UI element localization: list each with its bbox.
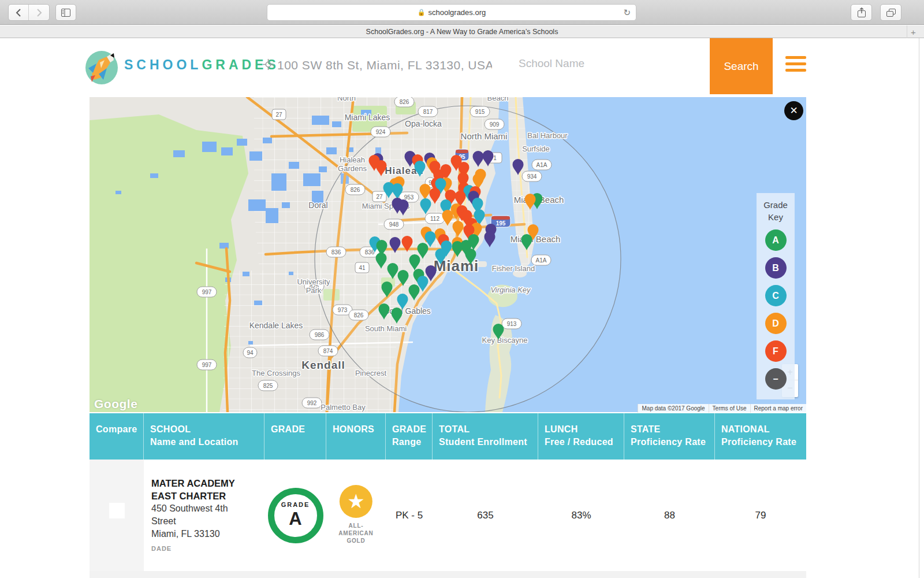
honors-label: GOLD (338, 537, 373, 544)
school-name-input[interactable] (519, 57, 692, 70)
results-table: CompareSCHOOLName and LocationGRADEHONOR… (90, 413, 806, 571)
column-header-state[interactable]: STATEProficiency Rate (624, 413, 715, 460)
table-header-row: CompareSCHOOLName and LocationGRADEHONOR… (90, 413, 806, 460)
map-label: Surfside (522, 144, 550, 153)
reload-icon[interactable]: ↻ (623, 8, 631, 18)
address-bar[interactable]: 🔒 schoolgrades.org ↻ (267, 4, 636, 21)
map-attribution-link[interactable]: Report a map error (750, 404, 806, 413)
route-shield: 826 (349, 310, 368, 320)
search-button[interactable]: Search (710, 38, 773, 94)
map-label: Key Biscayne (482, 336, 528, 344)
schoolgrades-logo-icon[interactable] (84, 49, 120, 84)
share-button[interactable] (851, 4, 872, 21)
column-header-grade[interactable]: GRADERange (386, 413, 433, 460)
map-label: University (297, 277, 330, 286)
route-shield: 924 (371, 127, 390, 137)
map[interactable]: 27826817915924909951A1A93482627953911294… (90, 97, 806, 412)
sidebar-icon (61, 9, 70, 17)
route-shield: 41 (355, 262, 369, 273)
map-label: Fisher Island (492, 264, 535, 273)
url-text: schoolgrades.org (429, 8, 486, 17)
school-name[interactable]: MATER ACADEMY (151, 477, 264, 490)
svg-text:1: 1 (493, 155, 497, 161)
route-shield: 986 (310, 329, 329, 340)
national-rate-cell: 79 (715, 460, 806, 571)
grade-key-legend: Grade Key ABCDF− (757, 193, 795, 399)
logo-wordmark[interactable]: SCHOOLGRADES (124, 57, 280, 73)
map-label: North (337, 97, 356, 102)
map-label: Miami Lakes (345, 113, 390, 122)
forward-icon (36, 9, 42, 17)
honors-badge: ★ ALL-AMERICAN GOLD (338, 485, 373, 544)
map-label: Kendale Lakes (249, 321, 303, 330)
svg-text:41: 41 (359, 265, 366, 271)
tab-title[interactable]: SchoolGrades.org - A New Way to Grade Am… (366, 28, 558, 36)
map-label: Opa-locka (405, 119, 442, 128)
grade-badge: GRADE A (268, 488, 323, 543)
map-label: Gardens (338, 164, 367, 173)
route-shield: 817 (418, 106, 438, 117)
browser-toolbar: 🔒 schoolgrades.org ↻ (0, 0, 924, 25)
svg-text:909: 909 (490, 121, 500, 128)
column-header-school[interactable]: SCHOOLName and Location (144, 413, 264, 460)
map-label: Palmetto Bay (321, 403, 366, 412)
svg-text:953: 953 (404, 194, 414, 201)
svg-text:825: 825 (263, 383, 273, 389)
svg-text:826: 826 (400, 99, 409, 105)
forward-button[interactable] (29, 5, 49, 20)
svg-text:992: 992 (307, 400, 317, 406)
map-attribution-link[interactable]: Terms of Use (709, 404, 750, 413)
map-label: Beach (487, 97, 509, 102)
column-header-grade[interactable]: GRADE (264, 413, 326, 460)
route-shield: 874 (318, 346, 338, 356)
lunch-cell: 83% (538, 460, 624, 571)
school-address: Street (151, 515, 264, 528)
current-address[interactable]: 100 SW 8th St, Miami, FL 33130, USA (277, 58, 492, 75)
star-icon: ★ (340, 485, 372, 518)
nav-buttons (8, 4, 50, 21)
new-tab-button[interactable]: + (907, 25, 919, 38)
show-tabs-button[interactable] (880, 4, 901, 21)
google-logo: Google (94, 397, 137, 411)
table-row: MATER ACADEMY EAST CHARTER 450 Southwest… (90, 460, 806, 571)
row-separator (90, 571, 806, 578)
column-header-compare[interactable]: Compare (90, 413, 144, 460)
school-address: Miami, FL 33130 (151, 528, 264, 540)
sidebar-button[interactable] (55, 4, 76, 21)
school-address: 450 Southwest 4th (151, 502, 264, 515)
column-header-total[interactable]: TOTALStudent Enrollment (433, 413, 538, 460)
svg-text:836: 836 (331, 249, 341, 255)
map-label: Virginia Key (490, 286, 531, 294)
svg-text:997: 997 (202, 362, 212, 368)
svg-text:973: 973 (338, 307, 348, 313)
route-shield: 94 (243, 347, 257, 358)
column-header-national[interactable]: NATIONALProficiency Rate (715, 413, 806, 460)
svg-text:A1A: A1A (536, 162, 547, 168)
school-name[interactable]: EAST CHARTER (151, 490, 264, 502)
map-label: Kendall (301, 359, 345, 371)
honors-label: ALL-AMERICAN (338, 522, 373, 537)
lock-icon: 🔒 (418, 9, 426, 16)
route-shield: 934 (522, 171, 542, 181)
route-shield: 909 (485, 119, 504, 129)
route-shield: 915 (470, 106, 490, 117)
menu-bar (785, 56, 806, 59)
svg-text:913: 913 (507, 321, 517, 327)
back-button[interactable] (9, 5, 29, 20)
column-header-honors[interactable]: HONORS (326, 413, 386, 460)
close-map-button[interactable]: ✕ (784, 101, 803, 120)
enrollment-cell: 635 (433, 460, 538, 571)
scrollbar-track[interactable] (919, 38, 919, 578)
grade-key-item-D: D (765, 313, 787, 334)
tabs-icon (886, 9, 896, 17)
map-label: Pinecrest (355, 369, 387, 377)
map-label: Bal Harbour (527, 131, 568, 140)
svg-text:915: 915 (475, 109, 485, 115)
svg-text:A1A: A1A (536, 257, 547, 264)
column-header-lunch[interactable]: LUNCHFree / Reduced (538, 413, 624, 460)
route-shield: 913 (502, 318, 521, 329)
svg-text:826: 826 (351, 187, 360, 193)
compare-checkbox[interactable] (109, 503, 125, 518)
grade-letter: A (289, 509, 301, 529)
menu-icon[interactable] (785, 56, 806, 76)
